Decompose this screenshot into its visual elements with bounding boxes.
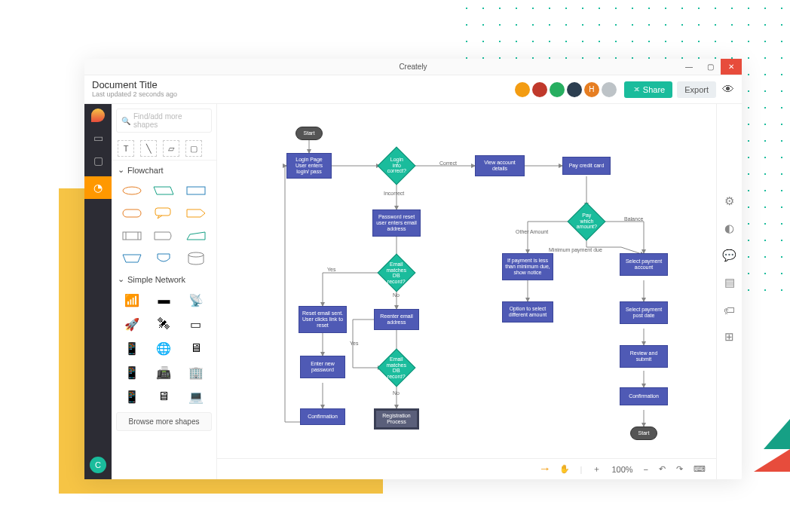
- avatar[interactable]: [602, 82, 617, 97]
- shape-router[interactable]: 📶: [119, 292, 145, 308]
- shape-trapezoid[interactable]: [183, 228, 209, 244]
- node-confirmation-2[interactable]: Confirmation: [620, 387, 668, 405]
- zoom-in-icon[interactable]: ＋: [592, 463, 601, 475]
- rect-tool[interactable]: ▢: [185, 140, 202, 157]
- node-option-select[interactable]: Option to select different amount: [502, 301, 553, 323]
- network-section-header[interactable]: ⌄Simple Network: [112, 270, 216, 289]
- tag-icon[interactable]: 🏷: [724, 303, 735, 316]
- node-view-account[interactable]: View account details: [475, 155, 525, 176]
- edge-label-incorrect: Incorrect: [384, 191, 404, 196]
- shape-cylinder[interactable]: [183, 250, 209, 267]
- palette-icon[interactable]: ◐: [724, 222, 734, 235]
- avatar[interactable]: H: [584, 82, 599, 97]
- shape-pill[interactable]: [119, 205, 145, 222]
- shape-switch[interactable]: ▬: [151, 292, 176, 308]
- shape-rect[interactable]: [183, 182, 209, 199]
- node-reset-sent[interactable]: Reset email sent. User clicks link to re…: [299, 306, 347, 333]
- node-end[interactable]: Start: [630, 427, 657, 440]
- shape-phone[interactable]: 📱: [119, 340, 145, 356]
- node-select-post-date[interactable]: Select payment post date: [620, 301, 668, 324]
- node-pay-credit[interactable]: Pay credit card: [562, 157, 611, 175]
- shape-parallelogram[interactable]: [151, 182, 176, 199]
- shape-callout[interactable]: [151, 205, 176, 222]
- svg-marker-1: [754, 449, 790, 472]
- export-button[interactable]: Export: [677, 81, 716, 98]
- shape-fax[interactable]: 📠: [151, 364, 176, 381]
- folder-icon[interactable]: ▭: [91, 131, 105, 145]
- shape-monitor[interactable]: 🖥: [183, 340, 209, 356]
- shape-globe[interactable]: 🌐: [151, 340, 176, 356]
- right-rail: ⚙ ◐ 💬 ▤ 🏷 ⊞: [716, 104, 742, 479]
- notes-icon[interactable]: ▤: [724, 276, 735, 289]
- shape-satellite[interactable]: 🛰: [151, 316, 176, 332]
- redo-icon[interactable]: ↷: [676, 464, 683, 474]
- window-maximize-button[interactable]: ▢: [700, 59, 721, 75]
- svg-marker-7: [187, 209, 205, 217]
- properties-icon[interactable]: ⚙: [724, 194, 734, 208]
- node-reenter-email[interactable]: Reenter email address: [374, 309, 419, 330]
- shape-double-rect[interactable]: [119, 228, 145, 244]
- node-payment-notice[interactable]: If payment is less than minimum due, sho…: [502, 253, 553, 280]
- node-password-reset[interactable]: Password reset user enters email address: [372, 209, 421, 237]
- document-title[interactable]: Document Title: [92, 80, 177, 90]
- image-icon[interactable]: ▢: [91, 154, 105, 167]
- shape-phone2[interactable]: 📱: [119, 388, 145, 405]
- window-minimize-button[interactable]: —: [678, 59, 700, 75]
- titlebar: Creately — ▢ ✕: [84, 59, 742, 75]
- preview-eye-icon[interactable]: 👁: [722, 83, 734, 96]
- avatar[interactable]: [550, 82, 565, 97]
- shape-tag[interactable]: [183, 205, 209, 222]
- edge-label-no2: No: [393, 390, 400, 396]
- shape-search-input[interactable]: 🔍 Find/add more shapes: [116, 109, 212, 133]
- svg-marker-12: [123, 255, 141, 262]
- shape-tv[interactable]: 🖥: [151, 388, 176, 405]
- shape-building[interactable]: 🏢: [183, 364, 209, 381]
- shape-hub[interactable]: ▭: [183, 316, 209, 332]
- browse-more-button[interactable]: Browse more shapes: [116, 412, 212, 431]
- network-shapes: 📶 ▬ 📡 🚀 🛰 ▭ 📱 🌐 🖥 📱 📠 🏢 📱 🖥 💻: [112, 289, 216, 408]
- share-button[interactable]: ⪤ Share: [624, 81, 672, 98]
- flowchart-section-header[interactable]: ⌄Flowchart: [112, 161, 216, 179]
- node-select-account[interactable]: Select payment account: [620, 253, 668, 276]
- avatar[interactable]: [515, 82, 530, 97]
- shape-antenna[interactable]: 📡: [183, 292, 209, 308]
- shapes-tool-icon[interactable]: ◔: [84, 176, 112, 199]
- search-icon: 🔍: [121, 117, 130, 125]
- app-title: Creately: [399, 63, 427, 71]
- user-avatar[interactable]: C: [90, 457, 106, 473]
- avatar[interactable]: [567, 82, 582, 97]
- zoom-out-icon[interactable]: −: [644, 465, 648, 474]
- node-registration[interactable]: Registration Process: [374, 408, 419, 430]
- diagram-canvas[interactable]: Start Login Page User enters login/ pass…: [217, 104, 716, 458]
- hierarchy-icon[interactable]: ⊞: [724, 330, 734, 344]
- shape-rocket[interactable]: 🚀: [119, 316, 145, 332]
- shape-trapezoid2[interactable]: [119, 250, 145, 267]
- line-tool[interactable]: ╲: [140, 140, 157, 157]
- share-icon: ⪤: [632, 85, 640, 94]
- hand-tool-icon[interactable]: ✋: [559, 464, 570, 474]
- shape-flag[interactable]: [151, 228, 176, 244]
- flowchart-shapes: [112, 179, 216, 270]
- zoom-level[interactable]: 100%: [611, 465, 632, 474]
- shape-ellipse[interactable]: [119, 182, 145, 199]
- node-confirmation-1[interactable]: Confirmation: [300, 408, 345, 425]
- pointer-tool-icon[interactable]: ⭢: [540, 465, 549, 474]
- shape-laptop[interactable]: 💻: [183, 388, 209, 405]
- shape-shield[interactable]: [151, 250, 176, 267]
- chevron-down-icon: ⌄: [118, 165, 124, 175]
- svg-rect-5: [123, 209, 141, 217]
- avatar[interactable]: [532, 82, 547, 97]
- svg-point-2: [123, 187, 141, 194]
- page-tool[interactable]: ▱: [163, 140, 179, 157]
- node-review-submit[interactable]: Review and submit: [620, 345, 668, 368]
- comment-icon[interactable]: 💬: [722, 249, 736, 262]
- shape-tablet[interactable]: 📱: [119, 364, 145, 381]
- node-start[interactable]: Start: [295, 127, 323, 140]
- node-enter-new-password[interactable]: Enter new password: [300, 356, 345, 378]
- keyboard-icon[interactable]: ⌨: [694, 464, 706, 474]
- node-login-page[interactable]: Login Page User enters login/ pass: [286, 153, 332, 179]
- edge-label-other-amount: Other Amount: [516, 229, 548, 234]
- window-close-button[interactable]: ✕: [721, 59, 742, 75]
- text-tool[interactable]: T: [118, 140, 134, 157]
- undo-icon[interactable]: ↶: [659, 464, 666, 474]
